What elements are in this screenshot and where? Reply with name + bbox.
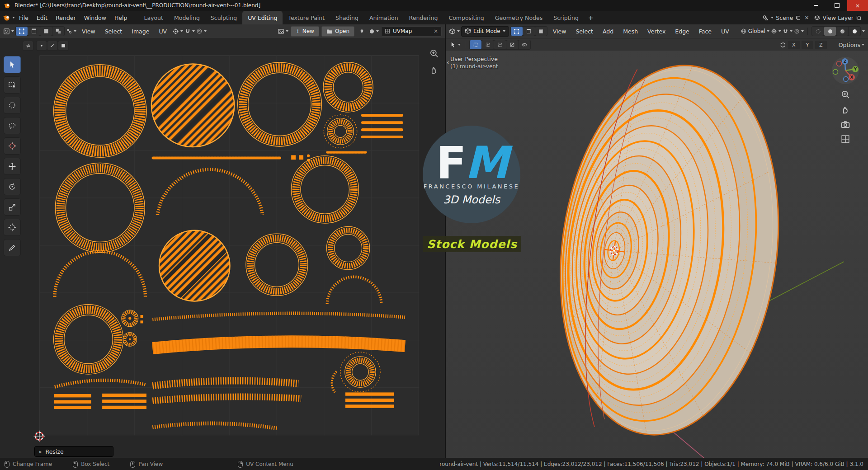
uv-menu-uv[interactable]: UV [155,27,171,36]
uv-canvas[interactable]: ▸ Resize [0,38,445,458]
transform-orientation-dropdown[interactable]: Global [741,26,769,36]
tweak-tool-button[interactable] [4,56,21,73]
uv-sticky-select-button[interactable] [66,26,76,36]
tab-modeling[interactable]: Modeling [169,11,205,24]
unlink-icon[interactable]: × [803,14,810,21]
tab-layout[interactable]: Layout [138,11,169,24]
uv-overlay-edge-button[interactable] [47,41,57,50]
rendered-shading-button[interactable] [849,27,860,36]
select-subtract-button[interactable] [494,40,506,49]
v3d-menu-face[interactable]: Face [695,27,716,36]
wireframe-shading-button[interactable] [812,27,824,36]
menu-file[interactable]: File [15,13,33,23]
options-dropdown[interactable]: Options [839,40,864,50]
round-air-vent-mesh[interactable] [540,53,799,447]
mode-dropdown[interactable]: Edit Mode [461,26,509,37]
ortho-grid-icon[interactable] [840,134,851,145]
uv-select-edge-button[interactable] [28,27,40,36]
open-image-button[interactable]: Open [321,26,354,37]
uv-menu-select[interactable]: Select [101,27,127,36]
mirror-z-toggle[interactable]: Z [815,41,827,49]
menu-help[interactable]: Help [110,13,132,23]
new-image-button[interactable]: + New [291,26,319,37]
uv-overlay-face-button[interactable] [58,41,68,50]
view-layer-picker[interactable]: View Layer [814,14,862,21]
uv-menu-view[interactable]: View [78,27,99,36]
uv-overlay-vertex-button[interactable] [37,41,47,50]
uv-snap-button[interactable] [184,26,195,36]
select-lasso-tool-button[interactable] [4,117,21,134]
uv-menu-image[interactable]: Image [127,27,153,36]
uv-editor-type-button[interactable] [3,26,14,36]
uvmap-field[interactable]: UVMap × [381,26,442,37]
minimize-button[interactable] [806,0,826,11]
zoom-icon[interactable] [429,48,439,59]
tab-rendering[interactable]: Rendering [404,11,443,24]
blender-menu-button[interactable] [3,13,15,23]
tab-geometry-nodes[interactable]: Geometry Nodes [490,11,548,24]
menu-edit[interactable]: Edit [33,13,52,23]
uv-sync-selection-button[interactable] [23,41,33,50]
tab-uv-editing[interactable]: UV Editing [242,11,283,24]
tab-compositing[interactable]: Compositing [443,11,489,24]
cursor-tool-button[interactable] [4,137,21,155]
add-workspace-button[interactable]: + [584,11,598,24]
pan-hand-icon[interactable] [429,64,439,75]
menu-window[interactable]: Window [80,13,110,23]
pan-hand-icon[interactable] [840,104,851,115]
pivot-point-dropdown[interactable] [771,26,781,36]
select-extend-button[interactable] [482,40,494,49]
snap-toggle[interactable] [783,26,793,36]
uv-proportional-edit-button[interactable] [196,26,207,36]
zoom-icon[interactable] [840,89,851,100]
select-set-button[interactable] [470,40,481,49]
display-channels-button[interactable] [369,26,379,36]
rotate-tool-button[interactable] [4,178,21,195]
tab-texture-paint[interactable]: Texture Paint [283,11,330,24]
viewport-editor-type-button[interactable] [449,26,460,36]
close-button[interactable]: × [847,0,868,11]
mirror-x-toggle[interactable]: X [788,41,800,49]
tab-shading[interactable]: Shading [330,11,364,24]
v3d-menu-view[interactable]: View [549,27,571,36]
transform-tool-button[interactable] [4,219,21,236]
v3d-menu-add[interactable]: Add [599,27,618,36]
v3d-menu-uv[interactable]: UV [717,27,733,36]
select-invert-button[interactable] [506,40,518,49]
annotate-tool-button[interactable] [4,239,21,256]
v3d-menu-vertex[interactable]: Vertex [643,27,670,36]
tab-scripting[interactable]: Scripting [548,11,584,24]
active-tool-button[interactable] [449,40,461,50]
resize-operator-panel[interactable]: ▸ Resize [34,446,113,457]
solid-shading-button[interactable] [824,27,836,36]
tab-animation[interactable]: Animation [364,11,404,24]
v3d-menu-mesh[interactable]: Mesh [619,27,642,36]
uv-select-island-button[interactable] [52,27,64,36]
select-circle-tool-button[interactable] [4,97,21,114]
clear-uvmap-icon[interactable]: × [434,28,438,34]
uv-pivot-button[interactable] [172,26,183,36]
uv-select-face-button[interactable] [40,27,52,36]
viewport-canvas[interactable]: ‹ User Perspective (1) round-air-vent [446,51,868,458]
select-intersect-button[interactable] [519,40,530,49]
select-box-tool-button[interactable] [4,76,21,94]
orientation-gizmo[interactable]: Z Y X [831,56,860,85]
face-select-button[interactable] [535,27,547,36]
v3d-menu-edge[interactable]: Edge [671,27,693,36]
mirror-y-toggle[interactable]: Y [802,41,813,49]
uv-image-browse-button[interactable] [278,26,288,36]
scene-picker[interactable]: Scene × [762,14,810,21]
camera-view-icon[interactable] [840,119,851,130]
material-shading-button[interactable] [836,27,848,36]
move-tool-button[interactable] [4,158,21,175]
copy-icon[interactable] [856,15,862,21]
v3d-menu-select[interactable]: Select [571,27,597,36]
copy-icon[interactable] [795,15,801,21]
edge-select-button[interactable] [523,27,535,36]
region-collapse-icon[interactable]: ‹ [447,59,449,66]
menu-render[interactable]: Render [52,13,80,23]
tab-sculpting[interactable]: Sculpting [205,11,242,24]
scale-tool-button[interactable] [4,198,21,216]
proportional-edit-toggle[interactable] [794,26,804,36]
vertex-select-button[interactable] [511,27,523,36]
